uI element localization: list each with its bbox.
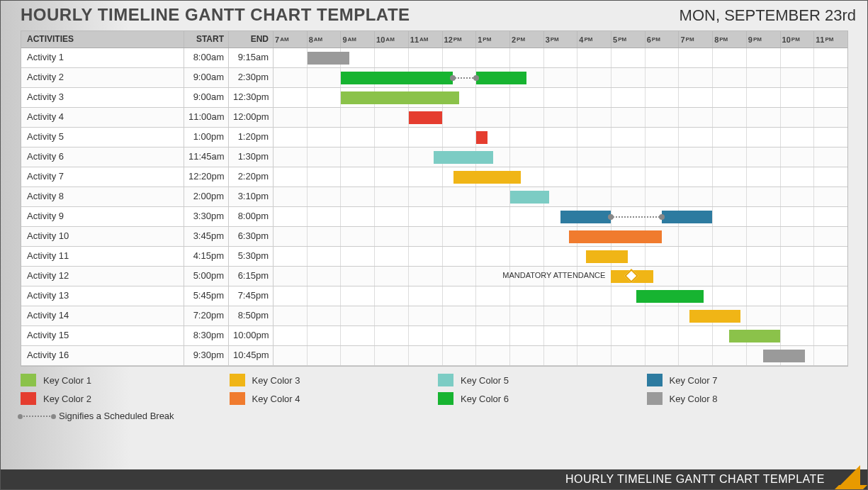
header: HOURLY TIMELINE GANTT CHART TEMPLATE MON…	[1, 1, 867, 26]
hour-label: 2PM	[510, 31, 544, 48]
table-row: Activity 125:00pm6:15pmMANDATORY ATTENDA…	[21, 267, 847, 286]
hour-label: 9AM	[341, 31, 375, 48]
activity-end: 7:45pm	[229, 286, 274, 306]
table-row: Activity 712:20pm2:20pm	[21, 167, 847, 187]
activity-end: 8:50pm	[229, 306, 274, 325]
footer-accent-stripe	[835, 485, 867, 489]
activity-name: Activity 10	[21, 227, 184, 246]
hour-label: 1PM	[476, 31, 510, 48]
activity-name: Activity 16	[21, 346, 184, 365]
column-header-row: ACTIVITIES START END 7AM8AM9AM10AM11AM12…	[21, 31, 847, 48]
hour-label: 5PM	[611, 31, 646, 48]
legend-label: Key Color 5	[461, 375, 509, 386]
legend-item: Key Color 5	[438, 374, 640, 386]
legend-label: Key Color 8	[670, 394, 718, 404]
annotation-label: MANDATORY ATTENDANCE	[502, 271, 605, 279]
hour-label: 7PM	[679, 31, 713, 48]
legend-swatch	[230, 392, 245, 405]
hour-label: 4PM	[577, 31, 611, 48]
activity-name: Activity 13	[21, 286, 184, 306]
col-header-end: END	[229, 31, 274, 48]
legend-item: Key Color 1	[21, 374, 222, 386]
table-row: Activity 18:00am9:15am	[21, 48, 847, 68]
timeline-cell	[274, 167, 847, 186]
activity-name: Activity 3	[21, 88, 184, 107]
legend: Key Color 1Key Color 3Key Color 5Key Col…	[21, 374, 848, 405]
activity-start: 8:30pm	[184, 326, 229, 345]
col-header-start: START	[184, 31, 229, 48]
header-date: MON, SEPTEMBER 23rd	[680, 6, 856, 25]
table-row: Activity 39:00am12:30pm	[21, 88, 847, 108]
table-row: Activity 135:45pm7:45pm	[21, 286, 847, 306]
activity-end: 10:00pm	[229, 326, 274, 345]
hour-label: 11AM	[409, 31, 443, 48]
timeline-cell	[274, 286, 847, 306]
legend-swatch	[21, 392, 36, 405]
activity-name: Activity 7	[21, 167, 184, 186]
hour-label: 6PM	[646, 31, 680, 48]
break-line-icon	[21, 416, 53, 417]
legend-item: Key Color 2	[21, 392, 222, 405]
hour-label: 3PM	[544, 31, 578, 48]
legend-label: Key Color 4	[252, 394, 300, 404]
activity-start: 5:45pm	[184, 286, 229, 306]
activity-name: Activity 5	[21, 128, 184, 147]
activity-name: Activity 12	[21, 267, 184, 286]
legend-swatch	[647, 374, 663, 386]
hour-label: 11PM	[814, 31, 847, 48]
break-indicator	[453, 77, 476, 79]
legend-swatch	[438, 392, 453, 405]
col-header-activities: ACTIVITIES	[21, 31, 184, 48]
activity-start: 8:00am	[184, 48, 229, 67]
gantt-bar	[763, 350, 806, 362]
activity-start: 11:45am	[184, 147, 229, 167]
hour-label: 7AM	[274, 31, 308, 48]
table-row: Activity 411:00am12:00pm	[21, 108, 847, 128]
activity-name: Activity 15	[21, 326, 184, 345]
hour-label: 12PM	[443, 31, 477, 48]
activity-end: 2:20pm	[229, 167, 274, 186]
hour-label: 8PM	[713, 31, 747, 48]
footer-bar: HOURLY TIMELINE GANTT CHART TEMPLATE	[1, 469, 867, 489]
activity-end: 1:30pm	[229, 147, 274, 167]
gantt-bar	[662, 211, 712, 223]
gantt-bar	[689, 310, 740, 323]
gantt-bar	[409, 111, 443, 124]
activity-end: 12:30pm	[229, 88, 274, 107]
break-legend-text: Signifies a Scheduled Break	[59, 411, 174, 421]
legend-item: Key Color 6	[438, 392, 640, 405]
legend-swatch	[438, 374, 453, 386]
timeline-cell	[274, 306, 847, 325]
activity-start: 4:15pm	[184, 247, 229, 266]
legend-label: Key Color 2	[43, 394, 91, 404]
legend-swatch	[21, 374, 36, 386]
activity-start: 3:30pm	[184, 207, 229, 226]
break-indicator	[611, 216, 661, 218]
timeline-cell	[274, 326, 847, 345]
hour-label: 9PM	[747, 31, 781, 48]
timeline-cell: MANDATORY ATTENDANCE	[274, 267, 847, 286]
timeline-cell	[274, 227, 847, 246]
gantt-bar	[341, 72, 452, 84]
gantt-bar	[569, 230, 662, 243]
activity-start: 12:20pm	[184, 167, 229, 186]
footer-title: HOURLY TIMELINE GANTT CHART TEMPLATE	[565, 473, 825, 486]
hour-label: 10PM	[781, 31, 815, 48]
gantt-bar	[453, 171, 521, 184]
legend-swatch	[647, 392, 663, 405]
page-title: HOURLY TIMELINE GANTT CHART TEMPLATE	[21, 5, 410, 25]
page-root: HOURLY TIMELINE GANTT CHART TEMPLATE MON…	[0, 0, 868, 490]
timeline-cell	[274, 207, 847, 226]
timeline-cell	[274, 346, 847, 365]
activity-name: Activity 2	[21, 68, 184, 87]
table-row: Activity 29:00am2:30pm	[21, 68, 847, 88]
legend-label: Key Color 6	[461, 394, 509, 404]
activity-start: 1:00pm	[184, 128, 229, 147]
legend-label: Key Color 7	[670, 375, 718, 386]
table-row: Activity 169:30pm10:45pm	[21, 346, 847, 366]
timeline-cell	[274, 128, 847, 147]
activity-start: 3:45pm	[184, 227, 229, 246]
gantt-bar	[476, 131, 487, 144]
gantt-bar	[510, 191, 550, 204]
legend-label: Key Color 1	[43, 375, 91, 386]
